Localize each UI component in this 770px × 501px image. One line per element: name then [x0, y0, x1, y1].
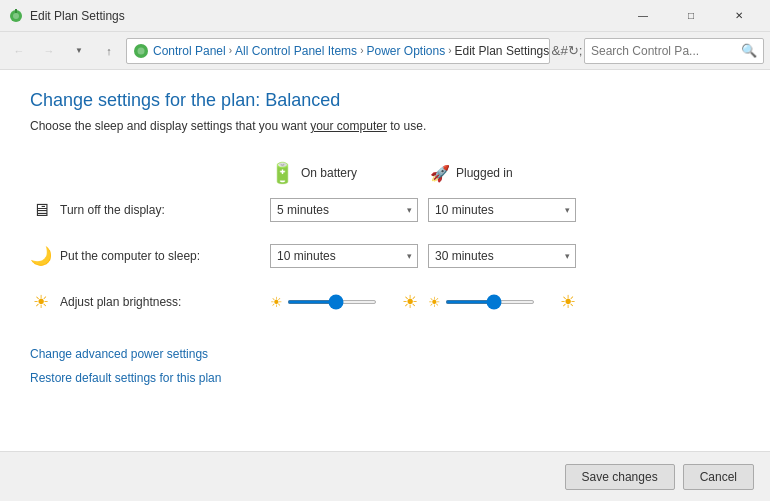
- sleep-icon: 🌙: [30, 245, 52, 267]
- sleep-setting-row: 🌙 Put the computer to sleep: 1 minute 2 …: [30, 241, 740, 271]
- search-icon: 🔍: [741, 43, 757, 58]
- breadcrumb-current: Edit Plan Settings: [455, 44, 550, 58]
- plugged-brightness-slider[interactable]: [445, 300, 535, 304]
- advanced-settings-link[interactable]: Change advanced power settings: [30, 347, 740, 361]
- up-button[interactable]: ↑: [96, 38, 122, 64]
- plugged-brightness-max-icon: ☀: [560, 291, 576, 313]
- display-controls: 1 minute 2 minutes 3 minutes 5 minutes 1…: [270, 198, 576, 222]
- save-button[interactable]: Save changes: [565, 464, 675, 490]
- sleep-battery-dropdown-wrap: 1 minute 2 minutes 3 minutes 5 minutes 1…: [270, 244, 418, 268]
- plugged-icon: 🚀: [430, 164, 450, 183]
- battery-label: On battery: [301, 166, 357, 180]
- breadcrumb: Control Panel › All Control Panel Items …: [126, 38, 550, 64]
- svg-rect-2: [15, 9, 17, 13]
- forward-button[interactable]: →: [36, 38, 62, 64]
- main-content: Change settings for the plan: Balanced C…: [0, 70, 770, 451]
- display-plugged-dropdown[interactable]: 1 minute 2 minutes 3 minutes 5 minutes 1…: [428, 198, 576, 222]
- sleep-battery-dropdown[interactable]: 1 minute 2 minutes 3 minutes 5 minutes 1…: [270, 244, 418, 268]
- plugged-brightness-group: ☀ ☀: [428, 291, 576, 313]
- sleep-controls: 1 minute 2 minutes 3 minutes 5 minutes 1…: [270, 244, 576, 268]
- refresh-button[interactable]: &#↻;: [554, 38, 580, 64]
- breadcrumb-all-items[interactable]: All Control Panel Items: [235, 44, 357, 58]
- sleep-plugged-dropdown-wrap: 1 minute 2 minutes 3 minutes 5 minutes 1…: [428, 244, 576, 268]
- battery-brightness-slider[interactable]: [287, 300, 377, 304]
- display-label-area: 🖥 Turn off the display:: [30, 200, 270, 221]
- display-label: Turn off the display:: [60, 203, 165, 217]
- display-setting-row: 🖥 Turn off the display: 1 minute 2 minut…: [30, 195, 740, 225]
- battery-brightness-max-icon: ☀: [402, 291, 418, 313]
- window-icon: [8, 8, 24, 24]
- plugged-column-header: 🚀 Plugged in: [430, 161, 590, 185]
- plugged-brightness-min-icon: ☀: [428, 294, 441, 310]
- brightness-icon: ☀: [30, 291, 52, 313]
- battery-brightness-slider-track: [287, 292, 398, 312]
- display-battery-dropdown[interactable]: 1 minute 2 minutes 3 minutes 5 minutes 1…: [270, 198, 418, 222]
- recent-button[interactable]: ▼: [66, 38, 92, 64]
- sleep-label: Put the computer to sleep:: [60, 249, 200, 263]
- sleep-plugged-dropdown[interactable]: 1 minute 2 minutes 3 minutes 5 minutes 1…: [428, 244, 576, 268]
- brightness-controls: ☀ ☀ ☀ ☀: [270, 291, 576, 313]
- maximize-button[interactable]: □: [668, 1, 714, 31]
- display-plugged-dropdown-wrap: 1 minute 2 minutes 3 minutes 5 minutes 1…: [428, 198, 576, 222]
- sleep-label-area: 🌙 Put the computer to sleep:: [30, 245, 270, 267]
- plugged-label: Plugged in: [456, 166, 513, 180]
- brightness-label-area: ☀ Adjust plan brightness:: [30, 291, 270, 313]
- minimize-button[interactable]: —: [620, 1, 666, 31]
- display-battery-dropdown-wrap: 1 minute 2 minutes 3 minutes 5 minutes 1…: [270, 198, 418, 222]
- close-button[interactable]: ✕: [716, 1, 762, 31]
- battery-brightness-group: ☀ ☀: [270, 291, 418, 313]
- back-button[interactable]: ←: [6, 38, 32, 64]
- title-bar: Edit Plan Settings — □ ✕: [0, 0, 770, 32]
- window-title: Edit Plan Settings: [30, 9, 620, 23]
- search-box: 🔍: [584, 38, 764, 64]
- bottom-bar: Save changes Cancel: [0, 451, 770, 501]
- search-input[interactable]: [591, 44, 741, 58]
- restore-defaults-link[interactable]: Restore default settings for this plan: [30, 371, 740, 385]
- battery-icon: 🔋: [270, 161, 295, 185]
- svg-point-4: [138, 47, 145, 54]
- brightness-label: Adjust plan brightness:: [60, 295, 181, 309]
- window-controls: — □ ✕: [620, 1, 762, 31]
- display-icon: 🖥: [30, 200, 52, 221]
- page-subtitle: Choose the sleep and display settings th…: [30, 119, 740, 133]
- page-title: Change settings for the plan: Balanced: [30, 90, 740, 111]
- breadcrumb-power-options[interactable]: Power Options: [366, 44, 445, 58]
- svg-point-1: [13, 13, 19, 19]
- brightness-setting-row: ☀ Adjust plan brightness: ☀ ☀ ☀ ☀: [30, 287, 740, 317]
- plugged-brightness-slider-track: [445, 292, 556, 312]
- footer-links: Change advanced power settings Restore d…: [30, 347, 740, 385]
- column-headers: 🔋 On battery 🚀 Plugged in: [270, 161, 740, 185]
- address-bar: ← → ▼ ↑ Control Panel › All Control Pane…: [0, 32, 770, 70]
- battery-column-header: 🔋 On battery: [270, 161, 430, 185]
- battery-brightness-min-icon: ☀: [270, 294, 283, 310]
- breadcrumb-control-panel[interactable]: Control Panel: [153, 44, 226, 58]
- cancel-button[interactable]: Cancel: [683, 464, 754, 490]
